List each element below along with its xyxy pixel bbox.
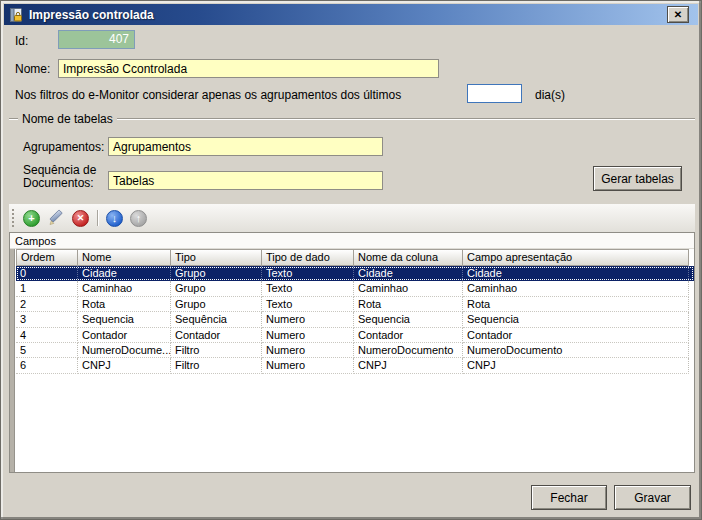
grid-cell[interactable]: Texto: [262, 266, 354, 281]
column-header[interactable]: Tipo: [171, 249, 262, 266]
grid-cell[interactable]: Grupo: [171, 297, 262, 312]
app-lock-document-icon: [8, 7, 24, 23]
grid-cell[interactable]: Contador: [171, 328, 262, 343]
grid-cell[interactable]: CNPJ: [354, 358, 463, 373]
id-value-field: 407: [58, 30, 135, 49]
grid-cell[interactable]: Texto: [262, 281, 354, 296]
grid-row[interactable]: 6CNPJFiltroNumeroCNPJCNPJ: [16, 358, 694, 373]
grid-cell[interactable]: Rota: [354, 297, 463, 312]
delete-row-button[interactable]: ✕: [72, 210, 89, 227]
toolbar-grip-handle[interactable]: [12, 209, 14, 227]
grid-cell[interactable]: Filtro: [171, 358, 262, 373]
grid-cell[interactable]: Cidade: [78, 266, 171, 281]
grid-cell[interactable]: 1: [16, 281, 78, 296]
column-header[interactable]: Tipo de dado: [262, 249, 354, 266]
sequencia-documentos-input[interactable]: [108, 171, 383, 190]
grid-cell[interactable]: Caminhao: [78, 281, 171, 296]
fechar-button[interactable]: Fechar: [531, 485, 607, 510]
grid-cell[interactable]: 0: [16, 266, 78, 281]
grid-cell[interactable]: Sequencia: [463, 312, 689, 327]
grid-toolbar: + ✕ ↓ ↑: [9, 204, 695, 232]
edit-row-button[interactable]: [47, 209, 65, 227]
dias-suffix-label: dia(s): [535, 88, 565, 102]
grid-cell[interactable]: Sequencia: [354, 312, 463, 327]
campos-grid: Campos OrdemNomeTipoTipo de dadoNome da …: [9, 232, 695, 473]
grid-row[interactable]: 5NumeroDocume...FiltroNumeroNumeroDocume…: [16, 343, 694, 358]
grid-cell[interactable]: 4: [16, 328, 78, 343]
grid-cell[interactable]: Grupo: [171, 281, 262, 296]
nome-label: Nome:: [15, 62, 50, 76]
sequencia-documentos-label: Sequência de Documentos:: [23, 164, 96, 190]
grid-cell[interactable]: Numero: [262, 328, 354, 343]
move-down-button[interactable]: ↓: [106, 210, 123, 227]
grid-cell[interactable]: Filtro: [171, 343, 262, 358]
gerar-tabelas-button[interactable]: Gerar tabelas: [593, 166, 682, 191]
grid-cell[interactable]: Cidade: [463, 266, 689, 281]
grid-caption: Campos: [10, 233, 694, 249]
column-header[interactable]: Ordem: [16, 249, 78, 266]
grid-row[interactable]: 0CidadeGrupoTextoCidadeCidade: [16, 266, 694, 281]
grid-cell[interactable]: Contador: [354, 328, 463, 343]
grid-cell[interactable]: 5: [16, 343, 78, 358]
add-row-button[interactable]: +: [23, 210, 40, 227]
grid-row[interactable]: 3SequenciaSequênciaNumeroSequenciaSequen…: [16, 312, 694, 327]
grid-cell[interactable]: Contador: [463, 328, 689, 343]
column-header[interactable]: Campo apresentação: [463, 249, 689, 266]
agrupamentos-label: Agrupamentos:: [23, 140, 104, 154]
grid-cell[interactable]: Numero: [262, 312, 354, 327]
plus-icon: +: [28, 213, 34, 224]
gravar-button[interactable]: Gravar: [614, 485, 691, 510]
grid-cell[interactable]: Rota: [78, 297, 171, 312]
arrow-up-icon: ↑: [136, 213, 142, 224]
close-icon: ✕: [674, 9, 682, 20]
row-indicator-column: [10, 249, 15, 472]
grid-cell[interactable]: 6: [16, 358, 78, 373]
grid-cell[interactable]: Numero: [262, 343, 354, 358]
grid-cell[interactable]: Texto: [262, 297, 354, 312]
grid-cell[interactable]: Rota: [463, 297, 689, 312]
grid-cell[interactable]: 2: [16, 297, 78, 312]
toolbar-separator: [97, 210, 98, 226]
nome-input[interactable]: [58, 59, 439, 78]
grid-cell[interactable]: Numero: [262, 358, 354, 373]
arrow-down-icon: ↓: [112, 213, 118, 224]
grid-cell[interactable]: Contador: [78, 328, 171, 343]
dias-input[interactable]: [467, 84, 522, 103]
agrupamentos-input[interactable]: [108, 137, 383, 156]
delete-x-icon: ✕: [77, 214, 85, 223]
grid-row[interactable]: 2RotaGrupoTextoRotaRota: [16, 297, 694, 312]
grid-cell[interactable]: CNPJ: [463, 358, 689, 373]
grid-cell[interactable]: CNPJ: [78, 358, 171, 373]
column-header[interactable]: Nome da coluna: [354, 249, 463, 266]
grid-cell[interactable]: NumeroDocume...: [78, 343, 171, 358]
grid-cell[interactable]: 3: [16, 312, 78, 327]
grid-cell[interactable]: Caminhao: [463, 281, 689, 296]
grid-cell[interactable]: Cidade: [354, 266, 463, 281]
grid-cell[interactable]: NumeroDocumento: [354, 343, 463, 358]
grid-rows: 0CidadeGrupoTextoCidadeCidade1CaminhaoGr…: [10, 266, 694, 374]
grid-cell[interactable]: Grupo: [171, 266, 262, 281]
grid-cell[interactable]: Caminhao: [354, 281, 463, 296]
pencil-icon: [47, 209, 65, 227]
grid-cell[interactable]: Sequencia: [78, 312, 171, 327]
close-button[interactable]: ✕: [667, 6, 689, 23]
move-up-button-disabled: ↑: [130, 210, 147, 227]
column-header[interactable]: Nome: [78, 249, 171, 266]
id-label: Id:: [15, 34, 28, 48]
dialog-window: Impressão controlada ✕ Id: 407 Nome: Nos…: [0, 0, 702, 520]
grid-header-row: OrdemNomeTipoTipo de dadoNome da colunaC…: [16, 249, 694, 266]
grid-row[interactable]: 4ContadorContadorNumeroContadorContador: [16, 328, 694, 343]
groupbox-title: Nome de tabelas: [18, 112, 117, 126]
window-title: Impressão controlada: [29, 8, 154, 22]
grid-row[interactable]: 1CaminhaoGrupoTextoCaminhaoCaminhao: [16, 281, 694, 296]
grid-cell[interactable]: NumeroDocumento: [463, 343, 689, 358]
filter-note-text: Nos filtros do e-Monitor considerar apen…: [15, 88, 401, 102]
grid-cell[interactable]: Sequência: [171, 312, 262, 327]
title-bar[interactable]: Impressão controlada ✕: [4, 4, 698, 25]
